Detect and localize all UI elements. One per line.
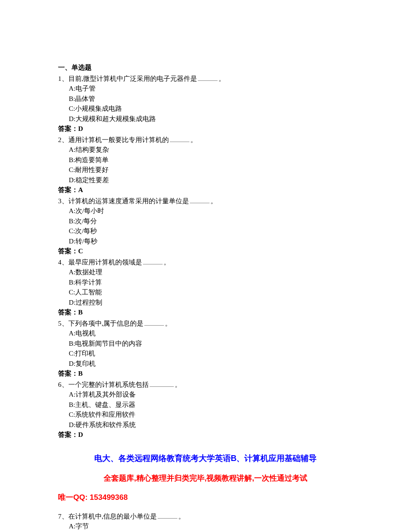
promo-line-2: 全套题库,精心整理并归类完毕,视频教程讲解,一次性通过考试 [58,473,353,484]
option-d: D:硬件系统和软件系统 [69,420,353,430]
question-number: 2、 [58,136,68,143]
answer-label: 答案： [58,186,78,193]
question-text: 在计算机中,信息的最小单位是 [68,513,157,520]
fill-blank [170,135,189,142]
question-1: 1、目前,微型计算机中广泛采用的电子元器件是。 A:电子管 B:晶体管 C:小规… [58,74,353,134]
question-number: 3、 [58,197,68,205]
answer: 答案：B [58,307,353,318]
answer: 答案：C [58,246,353,256]
question-stem: 7、在计算机中,信息的最小单位是。 [58,511,353,522]
answer: 答案：B [58,369,353,379]
question-stem: 5、下列各项中,属于信息的是。 [58,318,353,329]
option-b: B:构造要简单 [69,155,353,165]
fill-blank [198,74,218,81]
fill-blank [158,511,177,519]
option-c: C:打印机 [69,348,353,359]
stem-suffix: 。 [210,197,217,205]
question-2: 2、通用计算机一般要比专用计算机的。 A:结构要复杂 B:构造要简单 C:耐用性… [58,135,353,195]
question-text: 一个完整的计算机系统包括 [68,381,149,388]
stem-suffix: 。 [175,381,181,388]
answer-label: 答案： [58,125,78,132]
stem-suffix: 。 [164,259,170,266]
options: A:计算机及其外部设备 B:主机、键盘、显示器 C:系统软件和应用软件 D:硬件… [58,390,353,430]
option-b: B:科学计算 [69,277,353,288]
fill-blank [143,257,163,264]
promo-line-1: 电大、各类远程网络教育统考大学英语B、计算机应用基础辅导 [58,452,353,465]
question-number: 5、 [58,320,68,327]
question-number: 6、 [58,381,68,388]
option-c: C:小规模集成电路 [69,104,353,114]
question-4: 4、最早应用计算机的领域是。 A:数据处理 B:科学计算 C:人工智能 D:过程… [58,257,353,318]
option-a: A:数据处理 [69,267,353,277]
option-a: A:计算机及其外部设备 [69,390,353,400]
option-b: B:晶体管 [69,94,353,104]
question-stem: 4、最早应用计算机的领域是。 [58,257,353,268]
option-d: D:大规模和超大规模集成电路 [69,114,353,124]
option-a: A:电视机 [69,328,353,339]
fill-blank [144,318,164,326]
options: A:结构要复杂 B:构造要简单 C:耐用性要好 D:稳定性要差 [58,145,353,185]
question-stem: 6、一个完整的计算机系统包括。 [58,380,353,390]
stem-suffix: 。 [190,136,197,143]
question-stem: 1、目前,微型计算机中广泛采用的电子元器件是。 [58,74,353,84]
question-text: 通用计算机一般要比专用计算机的 [68,136,169,143]
answer: 答案：A [58,185,353,195]
stem-suffix: 。 [178,513,185,520]
question-text: 下列各项中,属于信息的是 [68,320,144,327]
answer-label: 答案： [58,247,78,255]
answer-label: 答案： [58,309,78,316]
answer-value: D [78,431,83,438]
fill-blank [150,380,174,387]
option-d: D:复印机 [69,359,353,369]
stem-suffix: 。 [165,320,172,327]
option-a: A:电子管 [69,84,353,94]
fill-blank [190,196,210,203]
option-d: D:过程控制 [69,297,353,308]
answer-value: A [78,186,83,193]
answer-label: 答案： [58,431,78,438]
stem-suffix: 。 [218,75,225,82]
answer: 答案：D [58,124,353,134]
options: A:电视机 B:电视新闻节目中的内容 C:打印机 D:复印机 [58,328,353,369]
option-d: D:稳定性要差 [69,175,353,185]
option-b: B:主机、键盘、显示器 [69,400,353,410]
question-number: 7、 [58,513,68,520]
question-text: 目前,微型计算机中广泛采用的电子元器件是 [68,75,197,82]
answer-value: B [78,309,83,316]
answer: 答案：D [58,430,353,440]
question-stem: 2、通用计算机一般要比专用计算机的。 [58,135,353,145]
question-text: 最早应用计算机的领域是 [68,259,142,266]
option-d: D:转/每秒 [69,236,353,247]
answer-value: C [78,247,83,255]
question-5: 5、下列各项中,属于信息的是。 A:电视机 B:电视新闻节目中的内容 C:打印机… [58,318,353,379]
option-a: A:字节 [69,521,353,532]
question-6: 6、一个完整的计算机系统包括。 A:计算机及其外部设备 B:主机、键盘、显示器 … [58,380,353,440]
section-title: 一、单选题 [58,63,353,73]
option-a: A:结构要复杂 [69,145,353,155]
question-number: 1、 [58,75,68,82]
question-stem: 3、计算机的运算速度通常采用的计量单位是。 [58,196,353,206]
question-text: 计算机的运算速度通常采用的计量单位是 [68,197,189,205]
options: A:次/每小时 B:次/每分 C:次/每秒 D:转/每秒 [58,206,353,246]
options: A:数据处理 B:科学计算 C:人工智能 D:过程控制 [58,267,353,307]
promo-line-3: 唯一QQ: 153499368 [58,492,353,503]
option-c: C:耐用性要好 [69,165,353,175]
option-c: C:人工智能 [69,287,353,297]
option-a: A:次/每小时 [69,206,353,216]
answer-value: D [78,125,83,132]
options: A:字节 [58,521,353,532]
question-7: 7、在计算机中,信息的最小单位是。 A:字节 [58,511,353,532]
answer-label: 答案： [58,370,78,377]
option-c: C:次/每秒 [69,226,353,236]
option-b: B:电视新闻节目中的内容 [69,339,353,349]
option-b: B:次/每分 [69,216,353,226]
question-3: 3、计算机的运算速度通常采用的计量单位是。 A:次/每小时 B:次/每分 C:次… [58,196,353,256]
option-c: C:系统软件和应用软件 [69,410,353,420]
answer-value: B [78,370,83,377]
options: A:电子管 B:晶体管 C:小规模集成电路 D:大规模和超大规模集成电路 [58,84,353,124]
question-number: 4、 [58,259,68,266]
